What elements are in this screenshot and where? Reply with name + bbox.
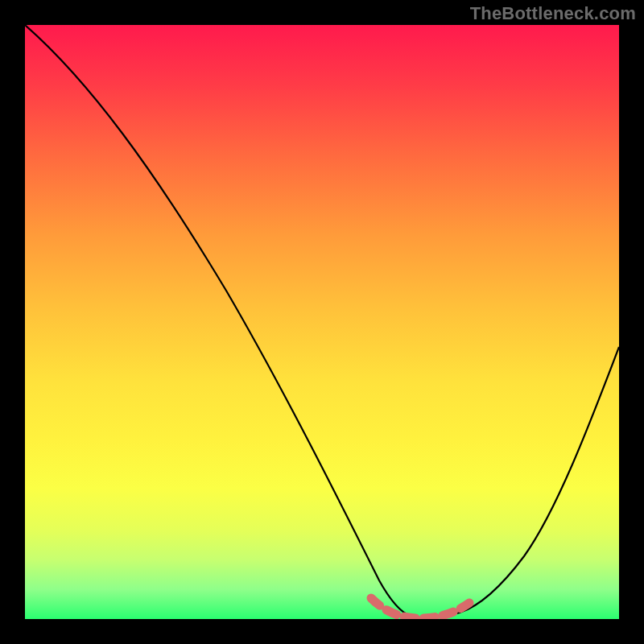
chart-svg [25,25,619,619]
watermark-text: TheBottleneck.com [470,3,636,24]
bottleneck-curve [25,25,619,617]
chart-frame: TheBottleneck.com [0,0,644,644]
chart-plot-area [25,25,619,619]
optimal-zone-marker [371,598,469,618]
